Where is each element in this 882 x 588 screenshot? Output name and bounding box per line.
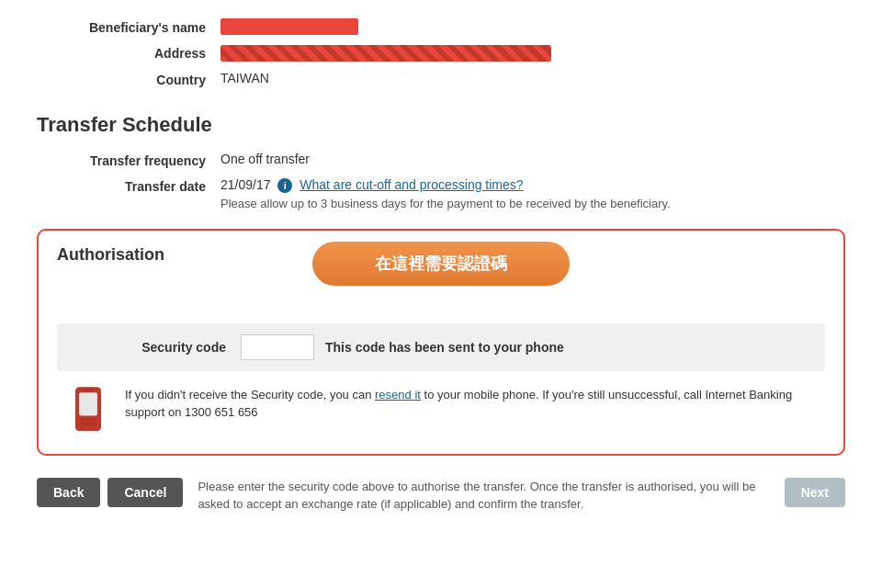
address-row: Address [37, 44, 845, 61]
auth-banner: 在這裡需要認證碼 [312, 242, 570, 286]
resend-section: If you didn't receive the Security code,… [57, 386, 825, 435]
svg-rect-8 [84, 389, 94, 390]
phone-icon-container [66, 386, 110, 435]
back-button[interactable]: Back [37, 478, 100, 507]
security-code-label: Security code [75, 340, 241, 355]
frequency-label: Transfer frequency [37, 152, 220, 168]
resend-link[interactable]: resend it [375, 388, 421, 401]
date-value: 21/09/17 i What are cut-off and processi… [220, 177, 845, 210]
security-code-input[interactable] [241, 334, 314, 360]
phone-icon [70, 386, 107, 435]
frequency-value: One off transfer [220, 152, 845, 166]
cutoff-note: Please allow up to 3 business days for t… [220, 197, 845, 210]
cancel-button[interactable]: Cancel [107, 478, 183, 507]
svg-rect-2 [81, 418, 85, 421]
date-row: Transfer date 21/09/17 i What are cut-of… [37, 177, 845, 210]
svg-rect-7 [92, 422, 96, 424]
bottom-actions: Back Cancel [37, 478, 183, 507]
date-label: Transfer date [37, 177, 220, 194]
beneficiary-name-label: Beneficiary's name [37, 18, 220, 35]
address-redacted [220, 45, 551, 62]
resend-text-before: If you didn't receive the Security code,… [125, 388, 375, 401]
svg-rect-6 [86, 422, 91, 424]
country-value: TAIWAN [220, 71, 845, 85]
svg-rect-4 [92, 418, 96, 421]
beneficiary-name-value [220, 18, 845, 35]
cutoff-link[interactable]: What are cut-off and processing times? [300, 177, 523, 192]
security-code-row: Security code This code has been sent to… [57, 323, 825, 371]
country-row: Country TAIWAN [37, 71, 845, 87]
transfer-schedule-section: Transfer Schedule Transfer frequency One… [37, 106, 845, 210]
resend-text: If you didn't receive the Security code,… [125, 386, 816, 422]
svg-rect-1 [79, 392, 97, 415]
bottom-note: Please enter the security code above to … [198, 478, 757, 514]
security-code-hint: This code has been sent to your phone [325, 340, 564, 355]
address-label: Address [37, 44, 220, 61]
country-label: Country [37, 71, 220, 87]
frequency-row: Transfer frequency One off transfer [37, 152, 845, 168]
authorisation-section: Authorisation 在這裡需要認證碼 Security code Thi… [37, 229, 845, 456]
bottom-bar: Back Cancel Please enter the security co… [37, 478, 845, 514]
svg-rect-5 [81, 422, 85, 424]
bottom-right: Next [772, 478, 845, 507]
transfer-schedule-title: Transfer Schedule [37, 106, 845, 137]
svg-rect-3 [86, 418, 91, 421]
beneficiary-section: Beneficiary's name Address Country TAIWA… [37, 18, 845, 87]
date-text: 21/09/17 [220, 177, 271, 192]
info-icon[interactable]: i [277, 178, 292, 193]
address-value [220, 44, 845, 61]
beneficiary-name-row: Beneficiary's name [37, 18, 845, 35]
next-button[interactable]: Next [785, 478, 845, 507]
beneficiary-name-redacted [220, 18, 358, 35]
